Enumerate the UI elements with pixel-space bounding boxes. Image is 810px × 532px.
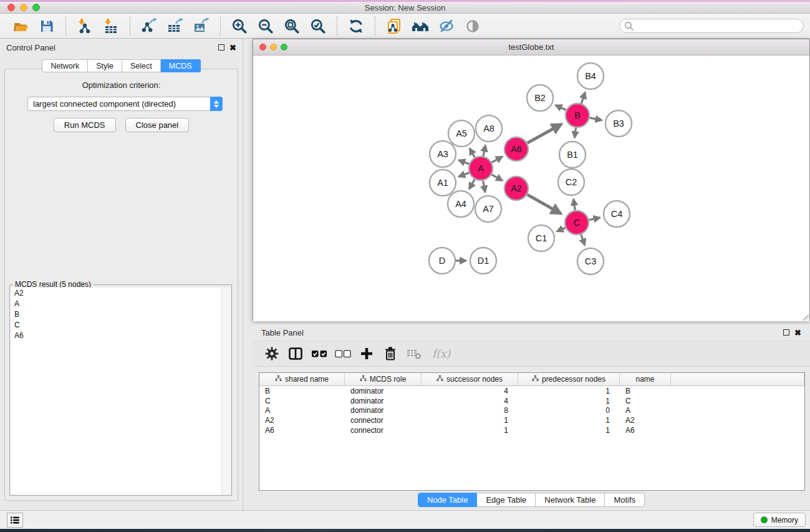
mcds-result-list[interactable]: A2ABCA6 xyxy=(11,288,221,495)
export-image-button[interactable] xyxy=(190,16,213,36)
node-B[interactable]: B xyxy=(566,104,589,127)
node-B1[interactable]: B1 xyxy=(559,142,586,168)
table-row[interactable]: Adominator80A xyxy=(259,406,804,416)
table-row[interactable]: Cdominator41C xyxy=(259,396,804,406)
node-A2[interactable]: A2 xyxy=(504,177,528,200)
run-mcds-button[interactable]: Run MCDS xyxy=(54,118,116,132)
cell-predecessor-nodes[interactable]: 0 xyxy=(518,406,620,415)
node-A8[interactable]: A8 xyxy=(476,115,502,142)
show-details-button[interactable] xyxy=(461,16,484,36)
result-scrollbar[interactable] xyxy=(221,288,231,495)
cell-shared-name[interactable]: A xyxy=(259,406,345,415)
edge-A-A5[interactable] xyxy=(470,148,475,157)
zoom-fit-button[interactable] xyxy=(281,16,303,36)
edge-C-C2[interactable] xyxy=(574,199,575,210)
export-network-button[interactable] xyxy=(138,16,160,36)
edge-C-C1[interactable] xyxy=(557,228,565,231)
node-C3[interactable]: C3 xyxy=(577,248,604,274)
cell-predecessor-nodes[interactable]: 1 xyxy=(518,426,620,435)
import-network-button[interactable] xyxy=(74,16,96,36)
deselect-all-button[interactable] xyxy=(332,344,354,363)
zoom-in-button[interactable] xyxy=(228,16,251,36)
cell-shared-name[interactable]: B xyxy=(259,387,345,395)
column-header-shared-name[interactable]: shared name xyxy=(259,373,345,385)
close-table-panel-icon[interactable]: ✖ xyxy=(794,329,801,337)
cell-name[interactable]: B xyxy=(620,387,671,395)
edge-A-A1[interactable] xyxy=(459,173,469,177)
save-session-button[interactable] xyxy=(36,16,58,36)
node-B3[interactable]: B3 xyxy=(605,110,632,137)
cell-shared-name[interactable]: A6 xyxy=(259,426,345,435)
node-B2[interactable]: B2 xyxy=(527,85,553,111)
node-A3[interactable]: A3 xyxy=(430,141,456,167)
node-D1[interactable]: D1 xyxy=(470,248,496,274)
tab-style[interactable]: Style xyxy=(88,59,122,72)
tab-node-table[interactable]: Node Table xyxy=(418,493,478,507)
node-A4[interactable]: A4 xyxy=(448,191,474,217)
cell-MCDS-role[interactable]: dominator xyxy=(345,406,422,415)
result-item[interactable]: A2 xyxy=(11,288,221,298)
cell-MCDS-role[interactable]: dominator xyxy=(345,387,422,395)
network-from-clipboard-button[interactable] xyxy=(383,16,405,36)
cell-successor-nodes[interactable]: 1 xyxy=(422,416,518,425)
cell-predecessor-nodes[interactable]: 1 xyxy=(518,416,620,425)
cell-MCDS-role[interactable]: connector xyxy=(345,416,422,425)
float-panel-icon[interactable] xyxy=(218,44,224,51)
apply-layout-button[interactable] xyxy=(345,16,367,36)
cell-successor-nodes[interactable]: 1 xyxy=(422,426,518,435)
cell-successor-nodes[interactable]: 8 xyxy=(422,406,518,415)
edge-A-A3[interactable] xyxy=(459,160,469,164)
search-input[interactable] xyxy=(619,19,804,33)
edge-B-B3[interactable] xyxy=(590,118,602,120)
edge-A-A8[interactable] xyxy=(483,145,486,156)
edge-C-C4[interactable] xyxy=(589,218,600,220)
result-item[interactable]: A6 xyxy=(11,330,221,341)
column-header-MCDS-role[interactable]: MCDS role xyxy=(345,373,422,385)
import-table-button[interactable] xyxy=(100,16,122,36)
network-canvas[interactable]: B4B2BB3A5A8A6A3B1AA1C2A2A4A7C4CC1C3DD1 xyxy=(253,56,809,321)
zoom-out-button[interactable] xyxy=(254,16,277,36)
select-all-button[interactable] xyxy=(309,344,330,363)
column-header-predecessor-nodes[interactable]: predecessor nodes xyxy=(518,373,620,385)
titlebar[interactable]: Session: New Session xyxy=(0,2,810,14)
open-session-button[interactable] xyxy=(9,16,32,36)
criterion-dropdown[interactable]: largest connected component (directed) xyxy=(27,97,223,111)
close-panel-button[interactable]: Close panel xyxy=(125,118,190,132)
cell-name[interactable]: A xyxy=(620,406,671,415)
node-A5[interactable]: A5 xyxy=(448,120,475,147)
result-item[interactable]: B xyxy=(11,309,221,319)
edge-A-A2[interactable] xyxy=(491,175,502,181)
cell-MCDS-role[interactable]: dominator xyxy=(345,397,422,405)
result-item[interactable]: C xyxy=(11,319,221,330)
tab-mcds[interactable]: MCDS xyxy=(161,59,201,72)
add-row-button[interactable] xyxy=(356,344,377,363)
zoom-selected-button[interactable] xyxy=(307,16,329,36)
node-A7[interactable]: A7 xyxy=(475,196,501,222)
float-table-panel-icon[interactable] xyxy=(783,329,789,336)
export-table-button[interactable] xyxy=(164,16,186,36)
cell-name[interactable]: C xyxy=(620,397,671,405)
cell-successor-nodes[interactable]: 4 xyxy=(422,387,518,395)
edge-A-A7[interactable] xyxy=(483,181,485,192)
memory-button[interactable]: Memory xyxy=(753,513,806,527)
network-window-titlebar[interactable]: testGlobe.txt xyxy=(253,39,809,56)
cell-name[interactable]: A6 xyxy=(620,426,671,435)
settings-button[interactable] xyxy=(261,344,282,363)
cell-name[interactable]: A2 xyxy=(620,416,671,425)
table-row[interactable]: A6connector11A6 xyxy=(259,425,804,435)
apply-function-button[interactable]: f(x) xyxy=(430,347,450,360)
close-panel-icon[interactable]: ✖ xyxy=(229,44,236,52)
cell-shared-name[interactable]: A2 xyxy=(259,416,345,425)
cell-predecessor-nodes[interactable]: 1 xyxy=(518,387,620,395)
tab-edge-table[interactable]: Edge Table xyxy=(477,493,536,507)
edge-A2-C[interactable] xyxy=(527,195,561,214)
edge-B-B2[interactable] xyxy=(556,105,566,110)
cell-predecessor-nodes[interactable]: 1 xyxy=(518,397,620,405)
resize-grip[interactable] xyxy=(801,313,809,321)
edge-C-C3[interactable] xyxy=(581,235,585,245)
task-history-button[interactable] xyxy=(7,513,23,528)
toggle-annotations-button[interactable] xyxy=(435,16,458,36)
tab-network-table[interactable]: Network Table xyxy=(536,493,605,507)
tab-select[interactable]: Select xyxy=(122,59,161,72)
result-item[interactable]: A xyxy=(11,298,221,309)
